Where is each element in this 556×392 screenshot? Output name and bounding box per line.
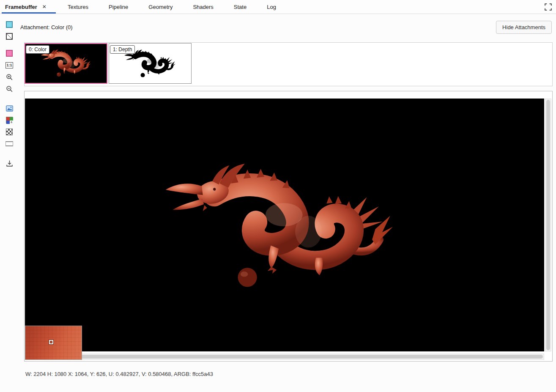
rgba-channels-icon: a: [6, 117, 13, 123]
hide-attachments-button[interactable]: Hide Attachments: [496, 21, 552, 34]
vertical-scrollbar-thumb[interactable]: [546, 100, 550, 350]
pixel-zoom-inset: [25, 326, 82, 360]
attachment-thumb-depth[interactable]: 1: Depth: [109, 43, 192, 84]
tab-textures[interactable]: Textures: [58, 0, 99, 14]
tab-shaders[interactable]: Shaders: [183, 0, 223, 14]
tab-label: State: [234, 4, 247, 10]
tab-geometry[interactable]: Geometry: [138, 0, 183, 14]
fullscreen-icon[interactable]: [544, 3, 553, 11]
attachment-label: 1: Depth: [110, 45, 135, 54]
alpha-channel-swatch-button[interactable]: [4, 31, 14, 41]
attachment-title: Attachment: Color (0): [20, 24, 73, 30]
tab-bar: Framebuffer ✕ Textures Pipeline Geometry…: [0, 0, 556, 14]
picked-pixel-marker: [49, 340, 53, 344]
horizontal-scrollbar[interactable]: [25, 354, 544, 360]
attachment-header-row: Attachment: Color (0) Hide Attachments: [20, 19, 552, 35]
left-toolbar: 1:1 a: [0, 14, 19, 392]
tab-close-icon[interactable]: ✕: [41, 4, 47, 10]
attachment-label: 0: Color: [26, 45, 49, 54]
rendered-dragon-model: [160, 147, 399, 306]
tab-label: Geometry: [148, 4, 173, 10]
save-image-button[interactable]: [4, 158, 14, 168]
one-to-one-icon: 1:1: [5, 62, 13, 69]
tab-label: Pipeline: [109, 4, 128, 10]
borders-icon: [5, 141, 13, 146]
image-icon: [6, 105, 13, 112]
wrap-borders-button[interactable]: [4, 139, 14, 149]
attachment-thumb-color[interactable]: 0: Color: [25, 43, 107, 84]
highlight-color-swatch-button[interactable]: [4, 48, 14, 58]
tab-pipeline[interactable]: Pipeline: [99, 0, 138, 14]
zoom-in-icon: [6, 74, 13, 81]
highlight-swatch-icon: [6, 50, 13, 57]
zoom-in-button[interactable]: [4, 72, 14, 82]
color-swatch-icon: [6, 21, 13, 28]
zoom-one-to-one-button[interactable]: 1:1: [4, 60, 14, 70]
horizontal-scrollbar-thumb[interactable]: [26, 355, 543, 359]
framebuffer-viewer: [24, 91, 553, 362]
tab-log[interactable]: Log: [257, 0, 286, 14]
tab-label: Log: [267, 4, 276, 10]
pixel-status-text: W: 2204 H: 1080 X: 1064, Y: 626, U: 0.48…: [25, 371, 213, 377]
rgba-channels-button[interactable]: a: [4, 115, 14, 125]
tab-label: Textures: [68, 4, 88, 10]
tab-framebuffer[interactable]: Framebuffer ✕: [0, 0, 58, 14]
render-canvas[interactable]: [25, 99, 544, 351]
zoom-out-icon: [6, 85, 13, 93]
app-window: Framebuffer ✕ Textures Pipeline Geometry…: [0, 0, 556, 392]
alpha-swatch-icon: [6, 33, 13, 40]
tab-label: Framebuffer: [5, 4, 37, 10]
tabbar-spacer: [286, 0, 544, 14]
attachments-strip: 0: Color 1: Depth: [24, 42, 553, 86]
tab-label: Shaders: [193, 4, 213, 10]
status-bar: W: 2204 H: 1080 X: 1064, Y: 626, U: 0.48…: [0, 367, 556, 380]
tab-state[interactable]: State: [224, 0, 257, 14]
color-channel-swatch-button[interactable]: [4, 19, 14, 30]
checkerboard-background-button[interactable]: [4, 127, 14, 137]
save-download-icon: [6, 160, 13, 167]
image-overlay-button[interactable]: [4, 103, 14, 113]
zoom-out-button[interactable]: [4, 84, 14, 94]
checkerboard-icon: [6, 129, 13, 135]
vertical-scrollbar[interactable]: [545, 99, 551, 351]
